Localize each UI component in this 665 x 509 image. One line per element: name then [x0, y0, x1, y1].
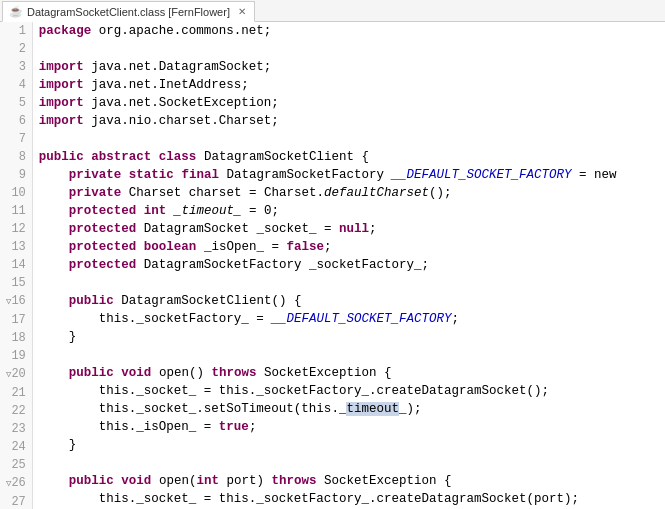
code-line-24: }	[39, 436, 659, 454]
ln-17: 17	[6, 311, 26, 329]
ln-14: 14	[6, 256, 26, 274]
ln-23: 23	[6, 420, 26, 438]
ln-1: 1	[6, 22, 26, 40]
code-line-17: this._socketFactory_ = __DEFAULT_SOCKET_…	[39, 310, 659, 328]
close-tab-icon[interactable]: ✕	[238, 6, 246, 17]
code-line-19	[39, 346, 659, 364]
code-line-11: protected int _timeout_ = 0;	[39, 202, 659, 220]
code-line-21: this._socket_ = this._socketFactory_.cre…	[39, 382, 659, 400]
code-line-8: public abstract class DatagramSocketClie…	[39, 148, 659, 166]
code-line-26: public void open(int port) throws Socket…	[39, 472, 659, 490]
ln-24: 24	[6, 438, 26, 456]
ln-5: 5	[6, 94, 26, 112]
code-line-16: public DatagramSocketClient() {	[39, 292, 659, 310]
code-line-13: protected boolean _isOpen_ = false;	[39, 238, 659, 256]
ln-19: 19	[6, 347, 26, 365]
ln-16: ▽16	[6, 292, 26, 311]
code-line-12: protected DatagramSocket _socket_ = null…	[39, 220, 659, 238]
code-line-20: public void open() throws SocketExceptio…	[39, 364, 659, 382]
line-number-gutter: 1 2 3 4 5 6 7 8 9 10 11 12 13 14 15 ▽16 …	[0, 22, 33, 509]
code-line-15	[39, 274, 659, 292]
ln-6: 6	[6, 112, 26, 130]
code-line-18: }	[39, 328, 659, 346]
ln-26: ▽26	[6, 474, 26, 493]
code-line-2	[39, 40, 659, 58]
java-file-icon: ☕	[9, 5, 23, 18]
code-line-25	[39, 454, 659, 472]
ln-22: 22	[6, 402, 26, 420]
fold-icon-16[interactable]: ▽	[6, 297, 11, 307]
code-line-10: private Charset charset = Charset.defaul…	[39, 184, 659, 202]
code-line-14: protected DatagramSocketFactory _socketF…	[39, 256, 659, 274]
code-line-7	[39, 130, 659, 148]
ln-4: 4	[6, 76, 26, 94]
ln-27: 27	[6, 493, 26, 509]
code-line-23: this._isOpen_ = true;	[39, 418, 659, 436]
editor-tab[interactable]: ☕ DatagramSocketClient.class [FernFlower…	[2, 1, 255, 22]
fold-icon-20[interactable]: ▽	[6, 370, 11, 380]
ln-9: 9	[6, 166, 26, 184]
tab-label: DatagramSocketClient.class [FernFlower]	[27, 6, 230, 18]
code-line-3: import java.net.DatagramSocket;	[39, 58, 659, 76]
code-line-27: this._socket_ = this._socketFactory_.cre…	[39, 490, 659, 508]
ln-3: 3	[6, 58, 26, 76]
editor-container: ☕ DatagramSocketClient.class [FernFlower…	[0, 0, 665, 509]
code-line-22: this._socket_.setSoTimeout(this._timeout…	[39, 400, 659, 418]
ln-20: ▽20	[6, 365, 26, 384]
ln-7: 7	[6, 130, 26, 148]
fold-icon-26[interactable]: ▽	[6, 479, 11, 489]
ln-18: 18	[6, 329, 26, 347]
ln-8: 8	[6, 148, 26, 166]
code-line-4: import java.net.InetAddress;	[39, 76, 659, 94]
ln-11: 11	[6, 202, 26, 220]
code-line-1: package org.apache.commons.net;	[39, 22, 659, 40]
ln-15: 15	[6, 274, 26, 292]
ln-2: 2	[6, 40, 26, 58]
tab-bar: ☕ DatagramSocketClient.class [FernFlower…	[0, 0, 665, 22]
ln-12: 12	[6, 220, 26, 238]
ln-25: 25	[6, 456, 26, 474]
code-line-9: private static final DatagramSocketFacto…	[39, 166, 659, 184]
code-area: 1 2 3 4 5 6 7 8 9 10 11 12 13 14 15 ▽16 …	[0, 22, 665, 509]
ln-10: 10	[6, 184, 26, 202]
code-line-6: import java.nio.charset.Charset;	[39, 112, 659, 130]
code-line-5: import java.net.SocketException;	[39, 94, 659, 112]
code-content: package org.apache.commons.net; import j…	[33, 22, 665, 509]
ln-21: 21	[6, 384, 26, 402]
ln-13: 13	[6, 238, 26, 256]
